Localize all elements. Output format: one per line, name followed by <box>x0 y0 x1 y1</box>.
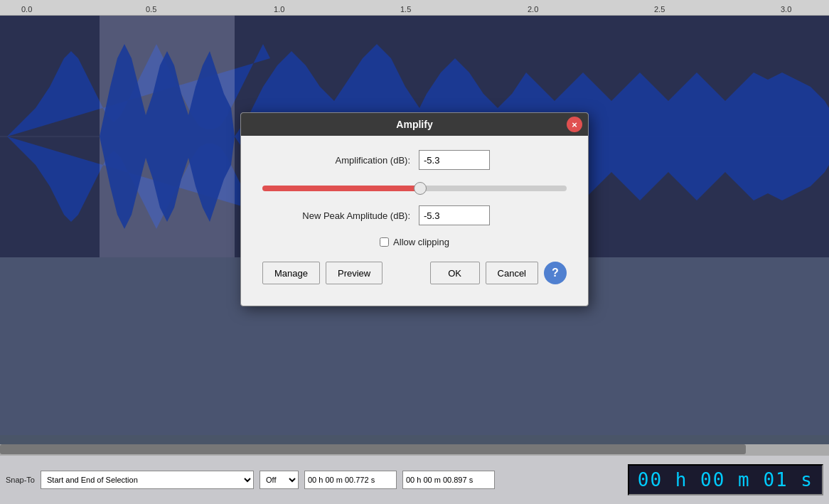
peak-amplitude-input[interactable] <box>419 205 490 225</box>
ruler-mark-15: 1.5 <box>400 5 411 14</box>
amplification-label: Amplification (dB): <box>262 155 419 166</box>
allow-clipping-row: Allow clipping <box>262 237 567 247</box>
snap-to-select[interactable]: Start and End of Selection None Nearest … <box>41 471 254 489</box>
big-time-display: 00 h 00 m 01 s <box>628 464 823 495</box>
ruler-mark-3: 3.0 <box>781 5 791 14</box>
allow-clipping-label[interactable]: Allow clipping <box>393 237 449 247</box>
ruler-marks: 0.0 0.5 1.0 1.5 2.0 2.5 3.0 <box>0 0 829 15</box>
timeline-ruler: 0.0 0.5 1.0 1.5 2.0 2.5 3.0 <box>0 0 829 16</box>
dialog-title: Amplify <box>396 119 432 130</box>
ruler-mark-05: 0.5 <box>146 5 156 14</box>
dialog-body: Amplification (dB): New Peak Amplitude (… <box>241 136 588 306</box>
off-select[interactable]: Off On <box>260 471 299 489</box>
peak-amplitude-label: New Peak Amplitude (dB): <box>262 210 419 221</box>
ruler-mark-25: 2.5 <box>654 5 665 14</box>
manage-button[interactable]: Manage <box>262 262 320 284</box>
help-button[interactable]: ? <box>544 262 567 284</box>
amplification-row: Amplification (dB): <box>262 150 567 170</box>
cancel-button[interactable]: Cancel <box>486 262 538 284</box>
peak-amplitude-row: New Peak Amplitude (dB): <box>262 205 567 225</box>
preview-button[interactable]: Preview <box>326 262 383 284</box>
time-end-input[interactable] <box>402 471 495 489</box>
amplification-input[interactable] <box>419 150 490 170</box>
ruler-mark-2: 2.0 <box>528 5 538 14</box>
time-start-input[interactable] <box>304 471 397 489</box>
ruler-mark-1: 1.0 <box>274 5 284 14</box>
big-time-value: 00 h 00 m 01 s <box>638 469 813 490</box>
amplify-slider[interactable] <box>262 186 567 191</box>
dialog-close-button[interactable]: × <box>567 117 582 132</box>
snap-to-label: Snap-To <box>6 476 35 484</box>
slider-row <box>262 181 567 194</box>
scrollbar[interactable] <box>0 444 829 454</box>
allow-clipping-checkbox[interactable] <box>380 237 389 247</box>
status-bar: Snap-To Start and End of Selection None … <box>0 454 829 504</box>
ok-button[interactable]: OK <box>430 262 480 284</box>
scrollbar-thumb[interactable] <box>0 444 746 454</box>
dialog-buttons: Manage Preview OK Cancel ? <box>262 262 567 291</box>
ruler-mark-0: 0.0 <box>21 5 32 14</box>
amplify-dialog: Amplify × Amplification (dB): New Peak A… <box>240 112 589 306</box>
dialog-titlebar: Amplify × <box>241 113 588 136</box>
